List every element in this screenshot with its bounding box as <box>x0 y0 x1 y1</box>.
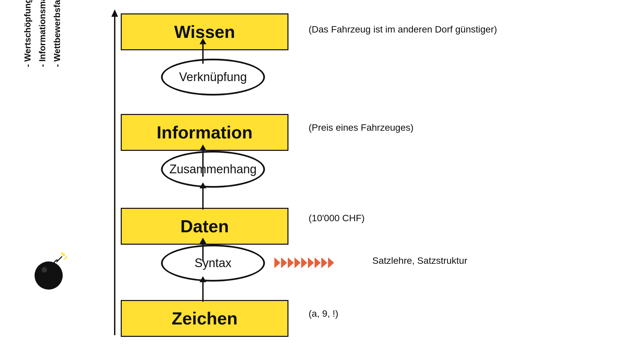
y-axis-arrow <box>111 9 118 17</box>
oval-syntax: Syntax <box>161 245 265 282</box>
box-zeichen: Zeichen <box>121 300 288 337</box>
oval-zusammenhang: Zusammenhang <box>161 151 265 188</box>
svg-point-6 <box>42 267 47 273</box>
label-zeichen: (a, 9, !) <box>309 308 338 319</box>
chevron-7 <box>315 257 321 268</box>
chevron-1 <box>274 257 280 268</box>
label-wissen: (Das Fahrzeug ist im anderen Dorf günsti… <box>309 24 497 35</box>
diagram-container: - Wertschöpfungsprozess - Informationsma… <box>0 0 644 362</box>
label-info: (Preis eines Fahrzeuges) <box>309 122 414 133</box>
svg-point-3 <box>61 252 63 254</box>
chevron-3 <box>288 257 294 268</box>
arrow-info-to-verknuepfung <box>202 153 204 171</box>
arrow-syntax-to-daten <box>202 188 204 209</box>
chevron-5 <box>301 257 307 268</box>
arrow-daten-to-zusammenhang <box>202 243 204 261</box>
arrow-zeichen-to-syntax <box>202 282 204 302</box>
oval-verknuepfung: Verknüpfung <box>161 59 265 96</box>
label-syntax-text: Satzlehre, Satzstruktur <box>372 255 467 266</box>
svg-line-0 <box>56 256 62 262</box>
syntax-chevrons <box>274 257 334 268</box>
left-axis-label: - Wertschöpfungsprozess - Informationsma… <box>20 0 65 67</box>
chevron-4 <box>294 257 301 268</box>
svg-point-2 <box>65 256 67 258</box>
y-axis <box>114 13 115 335</box>
chevron-9 <box>328 257 334 268</box>
label-daten: (10'000 CHF) <box>309 213 365 224</box>
svg-point-4 <box>64 258 65 260</box>
chevron-8 <box>321 257 327 268</box>
chevron-6 <box>308 257 314 268</box>
arrow-verknuepfung-to-wissen <box>202 44 204 64</box>
chevron-2 <box>281 257 287 268</box>
bomb-icon <box>30 251 70 292</box>
svg-point-5 <box>35 261 63 290</box>
box-wissen: Wissen <box>121 13 288 50</box>
